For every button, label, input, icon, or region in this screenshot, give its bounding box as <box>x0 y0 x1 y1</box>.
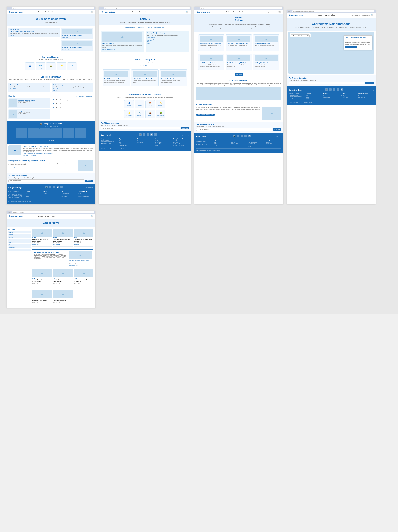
guide-card-3[interactable]: Celebrity Film Sites Tour From cultural … <box>160 70 187 86</box>
search-icon[interactable]: 🔍 <box>91 11 93 13</box>
g-readmore-3[interactable]: Read More > <box>255 48 278 50</box>
news-item-7[interactable]: GUIDE Donec facilisis tortor April 13, 2… <box>32 290 52 305</box>
news-readmore-4[interactable]: Read More > <box>32 285 52 285</box>
about-georgetown-link[interactable]: About Georgetown > <box>23 153 33 154</box>
search-icon-4[interactable]: 🔍 <box>371 14 373 16</box>
upcoming-event-3[interactable]: 08 Event Title Lorem Ipsum Time, Place <box>52 106 93 110</box>
in60hours-link[interactable]: In 60 Hours > <box>23 155 30 156</box>
footer-logo[interactable]: Georgetown Logo <box>8 187 22 189</box>
neighborhood-map-link[interactable]: Neighborhood Map > <box>53 88 92 89</box>
footer-logo-2[interactable]: Georgetown Logo <box>101 134 114 136</box>
nav-explore-5[interactable]: Explore <box>38 215 43 217</box>
nav-about-5[interactable]: About <box>51 215 55 217</box>
facebook-icon-4[interactable]: f <box>329 88 332 91</box>
neighborhood-map[interactable]: Select a Neighborhood ✕ Cady's Alley & G… <box>288 32 374 74</box>
nav-explore-4[interactable]: Explore <box>318 14 323 16</box>
biz-recreation[interactable]: 🌳 Recreation > <box>156 110 165 118</box>
instagram-photo-4[interactable] <box>51 128 62 138</box>
g-card-2[interactable]: Self-Guided Kennedy Walking Tour Duis au… <box>226 34 252 51</box>
public-transit-link[interactable]: Public Transportation > <box>147 38 187 39</box>
nav-latest-news[interactable]: Latest News <box>82 11 89 13</box>
search-icon-5[interactable]: 🔍 <box>91 215 93 217</box>
nav-about-3[interactable]: About <box>239 11 243 13</box>
popup-close-icon[interactable]: ✕ <box>370 36 371 38</box>
cat-culture[interactable]: Culture <box>8 239 31 241</box>
nav-events-4[interactable]: Events <box>325 14 330 16</box>
cat-bid[interactable]: Georgetown BID <box>8 249 31 251</box>
getting-here-link[interactable]: Getting Here > <box>53 90 92 91</box>
news-item-2[interactable]: GUIDE Vestibulum rutrum quam vitae fring… <box>53 229 73 247</box>
biz-services[interactable]: 🔧 Services > <box>135 110 144 118</box>
bid-publications-link[interactable]: BID Publications > <box>45 166 55 168</box>
neighborhood-select[interactable]: Select a Neighborhood <box>291 34 310 37</box>
twitter-icon-4[interactable]: t <box>333 88 336 91</box>
tab-neighborhood-map[interactable]: Neighborhood Map <box>125 26 136 28</box>
guide-card-1[interactable]: Top 25 Things to Do in Georgetown Non ex… <box>103 70 130 86</box>
twitter-icon-3[interactable]: t <box>241 135 243 137</box>
instagram-photo-5[interactable] <box>63 128 74 138</box>
instagram-photo-2[interactable] <box>28 128 39 138</box>
instagram-icon-4[interactable]: 📷 <box>325 88 328 91</box>
news-item-3[interactable]: GUIDE Fusce vehicula dolor arcu, sit ame… <box>74 229 93 247</box>
bidness-subscribe-btn[interactable]: Subscribe <box>273 128 281 131</box>
cat-home[interactable]: Home <box>8 244 31 246</box>
url-bar[interactable]: georgetowndc.com <box>12 7 94 9</box>
search-icon-2[interactable]: 🔍 <box>186 11 188 13</box>
tab-getting-here[interactable]: Getting Here <box>138 26 145 28</box>
annual-events-link[interactable]: Annual Events > <box>85 95 93 97</box>
view-all-guides[interactable]: View All Guides > <box>10 88 49 89</box>
g-readmore-5[interactable]: Read More > <box>227 68 251 69</box>
newsletter-input-4[interactable] <box>289 82 364 84</box>
nav-biz-4[interactable]: Business Directory <box>351 14 361 16</box>
getting-here-link[interactable]: Getting Here > <box>147 37 187 38</box>
facebook-social-icon[interactable]: f <box>49 186 51 188</box>
url-bar-3[interactable]: georgetowndc.com/explore/guides <box>200 7 282 9</box>
view-all-guides-2[interactable]: View All Guides > <box>140 65 150 67</box>
guide-readmore-1[interactable]: Read More > <box>104 83 129 85</box>
news-item-8[interactable]: GUIDE Vestibulum rutrum April 13, 2020 <box>53 290 73 305</box>
press-releases-link[interactable]: Press Releases > <box>44 153 53 154</box>
nav-business-2[interactable]: Business Directory <box>166 11 177 13</box>
nav-news-2[interactable]: Latest News <box>178 11 185 13</box>
biking-link[interactable]: Biking > <box>147 41 187 42</box>
nav-logo[interactable]: Georgetown Logo <box>9 11 23 13</box>
featured-event-1-readmore[interactable]: Read More > <box>62 37 92 38</box>
cat-events[interactable]: Events <box>8 231 31 233</box>
nav-explore-2[interactable]: Explore <box>132 11 137 13</box>
nav-news-5[interactable]: Latest News <box>82 215 89 217</box>
explore-map-cta[interactable]: Explore Interactive Map > <box>102 49 115 50</box>
search-icon-3[interactable]: 🔍 <box>279 11 281 13</box>
newsletter-btn-4[interactable]: Subscribe <box>365 82 374 84</box>
upcoming-event-1[interactable]: 05 Event Title Lorem Ipsum Time, Place <box>52 98 93 102</box>
instagram-photo-6[interactable] <box>75 128 86 138</box>
news-item-6[interactable]: GUIDE Fusce vehicula dolor arcu, sit ame… <box>74 269 93 287</box>
footer-blog-2[interactable]: byGeorge Blog <box>181 134 189 136</box>
category-wellness[interactable]: ✨ Wellness > <box>57 63 66 70</box>
url-bar-4[interactable]: georgetowndc.com/explore/neighborhoods <box>292 10 374 12</box>
hotels-link[interactable]: Hotels > <box>147 43 187 44</box>
g-readmore-2[interactable]: Read More > <box>227 48 251 50</box>
news-readmore-3[interactable]: Read More > <box>74 244 93 245</box>
pinterest-social-icon[interactable]: P <box>60 186 63 188</box>
tab-guides[interactable]: Guides <box>148 26 152 28</box>
nav-events-2[interactable]: Events <box>139 11 143 13</box>
news-readmore-5[interactable]: Read More > <box>53 285 73 285</box>
guide-card-2[interactable]: Self-Guided Kennedy Walking Tour Duis au… <box>131 70 158 86</box>
cat-dining[interactable]: Dining <box>8 236 31 238</box>
popup-visit-btn[interactable]: Visit the Website <box>345 46 357 48</box>
category-fashion[interactable]: 👗 Fashion > <box>25 63 35 70</box>
nav-biz-5[interactable]: Business Directory <box>70 215 81 217</box>
cat-fitness[interactable]: Fitness <box>8 241 31 243</box>
g-card-3[interactable]: Celebrity Film Sites Tour From cultural … <box>253 34 280 51</box>
instagram-follow-button[interactable]: Follow Us <box>47 139 55 142</box>
newsletter-email-input[interactable] <box>8 179 84 182</box>
nav-news-3[interactable]: Latest News <box>270 11 277 13</box>
nav-biz-3[interactable]: Business Directory <box>258 11 269 13</box>
nav-events[interactable]: Events <box>45 11 49 13</box>
guide-readmore-2[interactable]: Read More > <box>133 83 157 85</box>
instagram-photo-1[interactable] <box>16 128 27 138</box>
category-dining[interactable]: 🍽 Dining > <box>36 63 45 70</box>
nav-news-4[interactable]: Latest News <box>362 14 369 16</box>
new-calendar-link[interactable]: New Calendar > <box>76 95 84 97</box>
instagram-icon-3[interactable]: 📷 <box>233 135 236 137</box>
